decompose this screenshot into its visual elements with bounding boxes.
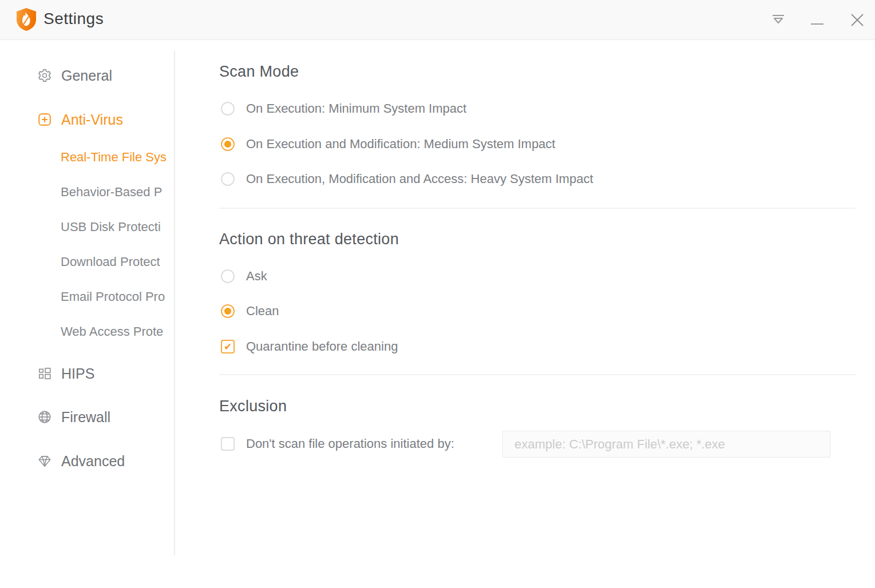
radio-button-selected[interactable] bbox=[221, 137, 235, 151]
radio-label: Clean bbox=[246, 304, 279, 319]
radio-button[interactable] bbox=[221, 269, 235, 283]
app-logo-shield-icon bbox=[15, 7, 37, 31]
sidebar-subitem-label: Email Protocol Pro bbox=[61, 289, 165, 304]
sidebar-item-label: Anti-Virus bbox=[61, 112, 123, 128]
radio-row-execution-modification-access[interactable]: On Execution, Modification and Access: H… bbox=[221, 171, 593, 187]
scan-mode-heading: Scan Mode bbox=[219, 63, 299, 81]
title-bar: Settings bbox=[0, 0, 875, 40]
checkbox-row-dont-scan[interactable]: Don't scan file operations initiated by: bbox=[221, 436, 454, 452]
sidebar-item-label: Advanced bbox=[61, 453, 125, 470]
sidebar-item-firewall[interactable]: Firewall bbox=[37, 408, 110, 426]
plus-square-icon bbox=[37, 112, 52, 127]
menu-caret-icon bbox=[770, 14, 786, 26]
sidebar-subitem-usb-disk[interactable]: USB Disk Protecti bbox=[61, 219, 174, 235]
radio-row-ask[interactable]: Ask bbox=[221, 268, 267, 284]
sidebar-subitem-realtime-file-system[interactable]: Real-Time File Sys bbox=[61, 149, 174, 165]
radio-row-on-execution[interactable]: On Execution: Minimum System Impact bbox=[221, 101, 466, 117]
sidebar-item-advanced[interactable]: Advanced bbox=[37, 452, 125, 470]
globe-icon bbox=[37, 410, 52, 424]
checkbox-row-quarantine[interactable]: Quarantine before cleaning bbox=[221, 339, 398, 355]
radio-button[interactable] bbox=[221, 102, 235, 116]
sidebar-item-label: General bbox=[61, 67, 112, 84]
exclusion-path-input[interactable] bbox=[502, 431, 830, 458]
minimize-icon bbox=[809, 12, 825, 28]
menu-caret-button[interactable] bbox=[763, 0, 793, 40]
checkbox-label: Don't scan file operations initiated by: bbox=[246, 436, 454, 451]
section-divider bbox=[219, 208, 856, 209]
sidebar-subitem-download[interactable]: Download Protect bbox=[61, 254, 174, 270]
radio-row-clean[interactable]: Clean bbox=[221, 303, 279, 319]
gear-icon bbox=[37, 68, 52, 83]
sidebar-subitem-web-access[interactable]: Web Access Prote bbox=[61, 324, 174, 340]
window-title: Settings bbox=[43, 10, 104, 28]
threat-action-heading: Action on threat detection bbox=[219, 231, 399, 248]
checkbox-checked[interactable] bbox=[221, 340, 235, 353]
blocks-icon bbox=[37, 366, 52, 381]
sidebar-subitem-email-protocol[interactable]: Email Protocol Pro bbox=[61, 289, 174, 305]
radio-button-selected[interactable] bbox=[221, 304, 235, 318]
radio-row-execution-modification[interactable]: On Execution and Modification: Medium Sy… bbox=[221, 136, 555, 152]
radio-button[interactable] bbox=[221, 172, 235, 186]
sidebar-subitem-behavior-based[interactable]: Behavior-Based P bbox=[61, 184, 174, 200]
settings-window: Settings bbox=[0, 0, 875, 588]
sidebar-item-label: HIPS bbox=[61, 365, 94, 382]
sidebar-item-hips[interactable]: HIPS bbox=[37, 364, 94, 383]
exclusion-heading: Exclusion bbox=[219, 398, 287, 415]
diamond-icon bbox=[37, 454, 52, 468]
close-button[interactable] bbox=[842, 0, 872, 40]
radio-label: Ask bbox=[246, 269, 267, 284]
checkbox-unchecked[interactable] bbox=[221, 437, 235, 451]
sidebar-item-label: Firewall bbox=[61, 409, 110, 426]
sidebar-subitem-label: Download Protect bbox=[61, 255, 160, 269]
checkbox-label: Quarantine before cleaning bbox=[246, 339, 398, 354]
minimize-button[interactable] bbox=[802, 0, 832, 40]
sidebar-item-general[interactable]: General bbox=[37, 66, 112, 85]
sidebar-subitem-label: Real-Time File Sys bbox=[61, 150, 167, 165]
sidebar-item-anti-virus[interactable]: Anti-Virus bbox=[37, 110, 123, 129]
section-divider bbox=[219, 374, 856, 375]
sidebar-divider bbox=[174, 50, 175, 555]
radio-label: On Execution: Minimum System Impact bbox=[246, 101, 466, 116]
radio-label: On Execution and Modification: Medium Sy… bbox=[246, 137, 555, 152]
close-icon bbox=[849, 11, 866, 29]
radio-label: On Execution, Modification and Access: H… bbox=[246, 172, 593, 186]
sidebar-subitem-label: USB Disk Protecti bbox=[61, 220, 161, 235]
sidebar-subitem-label: Web Access Prote bbox=[61, 324, 163, 339]
sidebar-subitem-label: Behavior-Based P bbox=[61, 185, 162, 200]
